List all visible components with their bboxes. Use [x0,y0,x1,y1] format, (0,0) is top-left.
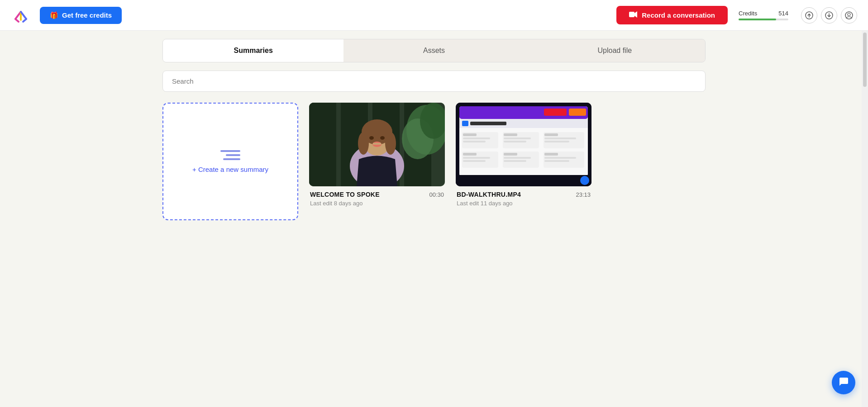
page-scrollbar[interactable] [862,31,868,407]
free-credits-button[interactable]: 🎁 Get free credits [40,7,122,24]
credits-value: 514 [778,10,788,17]
create-summary-label: + Create a new summary [192,166,268,173]
svg-rect-46 [544,133,558,136]
svg-rect-47 [544,137,576,139]
tab-upload-file[interactable]: Upload file [525,39,705,62]
video-card-bd-walkthru[interactable]: BD-WALKTHRU.MP4 23:13 Last edit 11 days … [456,103,591,207]
video-info-welcome: WELCOME TO SPOKE 00:30 Last edit 8 days … [309,186,445,207]
create-new-summary-card[interactable]: + Create a new summary [162,103,298,220]
svg-rect-52 [463,160,486,162]
chat-icon [838,376,849,389]
video-edit-bd-walkthru: Last edit 11 days ago [457,200,591,207]
svg-rect-48 [544,141,569,142]
svg-rect-26 [373,143,381,145]
free-credits-label: Get free credits [62,11,112,19]
svg-rect-56 [504,160,526,162]
content-grid: + Create a new summary [162,103,706,220]
tabs-bar: Summaries Assets Upload file [162,39,706,62]
download-button[interactable] [821,7,837,24]
svg-point-6 [848,13,850,16]
video-title-welcome: WELCOME TO SPOKE [310,191,380,198]
upload-button[interactable] [801,7,817,24]
header: 🎁 Get free credits Record a conversation… [0,0,868,31]
record-label: Record a conversation [642,11,715,19]
svg-rect-36 [470,122,506,125]
svg-rect-39 [463,137,490,139]
svg-point-28 [380,136,385,140]
record-icon [629,11,637,19]
profile-button[interactable] [841,7,857,24]
svg-rect-43 [504,137,531,139]
video-thumbnail-welcome [309,103,445,186]
credits-progress-bar [739,19,788,20]
video-thumbnail-bd-walkthru [456,103,591,186]
svg-rect-58 [544,153,558,156]
logo [11,5,31,25]
svg-rect-8 [309,103,336,186]
create-summary-icon [220,150,240,160]
svg-point-24 [385,132,396,155]
svg-rect-61 [456,175,591,186]
svg-rect-38 [463,133,477,136]
credits-progress-fill [739,19,776,20]
chat-fab-button[interactable] [832,371,855,394]
search-container [162,71,706,92]
search-input[interactable] [162,71,706,92]
video-edit-welcome: Last edit 8 days ago [310,200,444,207]
svg-rect-54 [504,153,517,156]
video-title-bd-walkthru: BD-WALKTHRU.MP4 [457,191,521,198]
credits-text-label: Credits [739,10,757,17]
video-duration-welcome: 00:30 [429,191,444,198]
svg-rect-33 [569,109,586,116]
svg-rect-1 [629,12,634,17]
svg-rect-40 [463,141,486,142]
tab-assets[interactable]: Assets [343,39,524,62]
svg-point-27 [369,136,374,140]
svg-rect-44 [504,141,526,142]
svg-rect-60 [544,160,569,162]
svg-rect-55 [504,157,531,159]
video-duration-bd-walkthru: 23:13 [576,191,591,198]
svg-rect-51 [463,157,490,159]
scrollbar-thumb[interactable] [863,33,867,87]
svg-point-23 [358,132,369,155]
svg-rect-31 [459,106,588,119]
tab-summaries[interactable]: Summaries [163,39,343,62]
gift-icon: 🎁 [50,11,58,19]
record-conversation-button[interactable]: Record a conversation [616,6,728,24]
video-info-bd-walkthru: BD-WALKTHRU.MP4 23:13 Last edit 11 days … [456,186,591,207]
credits-section: Credits 514 [739,10,788,20]
svg-marker-2 [634,11,637,18]
svg-point-62 [580,176,589,185]
svg-rect-32 [544,109,567,116]
svg-rect-59 [544,157,576,159]
video-card-welcome-to-spoke[interactable]: WELCOME TO SPOKE 00:30 Last edit 8 days … [309,103,445,207]
svg-rect-35 [462,121,468,126]
svg-rect-42 [504,133,517,136]
svg-rect-50 [463,153,477,156]
